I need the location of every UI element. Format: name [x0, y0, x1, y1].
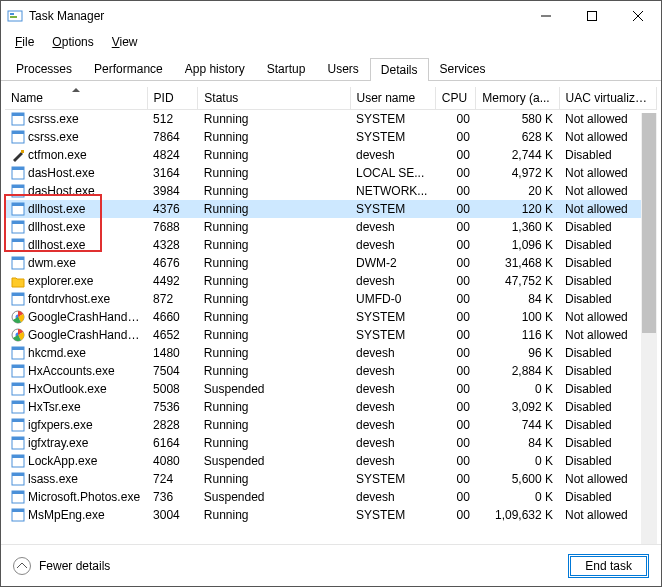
table-row[interactable]: ctfmon.exe4824Runningdevesh002,744 KDisa… [5, 146, 657, 164]
chevron-up-icon [13, 557, 31, 575]
cell-name: dwm.exe [5, 254, 147, 272]
table-row[interactable]: igfxtray.exe6164Runningdevesh0084 KDisab… [5, 434, 657, 452]
cell-status: Running [198, 362, 350, 380]
minimize-button[interactable] [523, 1, 569, 31]
close-button[interactable] [615, 1, 661, 31]
cell-user: devesh [350, 236, 435, 254]
table-row[interactable]: LockApp.exe4080Suspendeddevesh000 KDisab… [5, 452, 657, 470]
cell-pid: 4676 [147, 254, 198, 272]
cell-mem: 84 K [476, 434, 559, 452]
cell-cpu: 00 [435, 506, 476, 524]
table-row[interactable]: Microsoft.Photos.exe736Suspendeddevesh00… [5, 488, 657, 506]
cell-pid: 3164 [147, 164, 198, 182]
cell-mem: 3,092 K [476, 398, 559, 416]
process-icon [11, 292, 25, 306]
table-row[interactable]: explorer.exe4492Runningdevesh0047,752 KD… [5, 272, 657, 290]
svg-rect-21 [12, 239, 24, 242]
cell-mem: 1,096 K [476, 236, 559, 254]
menu-options[interactable]: Options [44, 33, 101, 51]
cell-status: Suspended [198, 380, 350, 398]
app-icon [7, 8, 23, 24]
end-task-button[interactable]: End task [568, 554, 649, 578]
cell-user: SYSTEM [350, 110, 435, 128]
table-row[interactable]: csrss.exe512RunningSYSTEM00580 KNot allo… [5, 110, 657, 128]
cell-name: lsass.exe [5, 470, 147, 488]
cell-user: SYSTEM [350, 308, 435, 326]
cell-name: MsMpEng.exe [5, 506, 147, 524]
cell-user: devesh [350, 146, 435, 164]
tab-details[interactable]: Details [370, 58, 429, 81]
table-row[interactable]: fontdrvhost.exe872RunningUMFD-00084 KDis… [5, 290, 657, 308]
table-row[interactable]: hkcmd.exe1480Runningdevesh0096 KDisabled [5, 344, 657, 362]
table-row[interactable]: igfxpers.exe2828Runningdevesh00744 KDisa… [5, 416, 657, 434]
cell-name: Microsoft.Photos.exe [5, 488, 147, 506]
svg-rect-2 [10, 16, 17, 18]
cell-pid: 724 [147, 470, 198, 488]
cell-name: csrss.exe [5, 110, 147, 128]
table-row[interactable]: MsMpEng.exe3004RunningSYSTEM001,09,632 K… [5, 506, 657, 524]
cell-cpu: 00 [435, 470, 476, 488]
cell-user: devesh [350, 380, 435, 398]
table-row[interactable]: dasHost.exe3984RunningNETWORK...0020 KNo… [5, 182, 657, 200]
cell-cpu: 00 [435, 254, 476, 272]
cell-name: dasHost.exe [5, 164, 147, 182]
process-icon [11, 400, 25, 414]
cell-cpu: 00 [435, 110, 476, 128]
cell-name: igfxtray.exe [5, 434, 147, 452]
cell-cpu: 00 [435, 128, 476, 146]
cell-name: hkcmd.exe [5, 344, 147, 362]
table-row[interactable]: csrss.exe7864RunningSYSTEM00628 KNot all… [5, 128, 657, 146]
menu-view[interactable]: View [104, 33, 146, 51]
col-mem[interactable]: Memory (a... [476, 87, 559, 110]
tab-startup[interactable]: Startup [256, 57, 317, 80]
tab-apphistory[interactable]: App history [174, 57, 256, 80]
process-table-area: Name PID Status User name CPU Memory (a.… [1, 81, 661, 549]
cell-user: devesh [350, 218, 435, 236]
col-status[interactable]: Status [198, 87, 350, 110]
cell-name: dllhost.exe [5, 218, 147, 236]
cell-cpu: 00 [435, 290, 476, 308]
table-row[interactable]: GoogleCrashHandler...4660RunningSYSTEM00… [5, 308, 657, 326]
maximize-button[interactable] [569, 1, 615, 31]
cell-pid: 3004 [147, 506, 198, 524]
table-row[interactable]: HxAccounts.exe7504Runningdevesh002,884 K… [5, 362, 657, 380]
table-row[interactable]: dllhost.exe4328Runningdevesh001,096 KDis… [5, 236, 657, 254]
fewer-details-label: Fewer details [39, 559, 110, 573]
col-uac[interactable]: UAC virtualizat... [559, 87, 656, 110]
table-row[interactable]: dllhost.exe4376RunningSYSTEM00120 KNot a… [5, 200, 657, 218]
fewer-details-button[interactable]: Fewer details [13, 557, 110, 575]
table-row[interactable]: HxOutlook.exe5008Suspendeddevesh000 KDis… [5, 380, 657, 398]
cell-status: Running [198, 236, 350, 254]
cell-pid: 4824 [147, 146, 198, 164]
process-icon [11, 436, 25, 450]
menu-file[interactable]: File [7, 33, 42, 51]
col-user[interactable]: User name [350, 87, 435, 110]
tab-processes[interactable]: Processes [5, 57, 83, 80]
table-row[interactable]: dllhost.exe7688Runningdevesh001,360 KDis… [5, 218, 657, 236]
col-pid[interactable]: PID [147, 87, 198, 110]
tab-services[interactable]: Services [429, 57, 497, 80]
scrollbar-thumb[interactable] [642, 113, 656, 333]
cell-cpu: 00 [435, 218, 476, 236]
vertical-scrollbar[interactable] [641, 113, 657, 549]
cell-cpu: 00 [435, 146, 476, 164]
tab-users[interactable]: Users [316, 57, 369, 80]
cell-pid: 2828 [147, 416, 198, 434]
process-icon [11, 346, 25, 360]
cell-mem: 1,360 K [476, 218, 559, 236]
col-name[interactable]: Name [5, 87, 147, 110]
col-cpu[interactable]: CPU [435, 87, 476, 110]
table-row[interactable]: lsass.exe724RunningSYSTEM005,600 KNot al… [5, 470, 657, 488]
process-icon [11, 490, 25, 504]
table-row[interactable]: GoogleCrashHandler...4652RunningSYSTEM00… [5, 326, 657, 344]
table-row[interactable]: dasHost.exe3164RunningLOCAL SE...004,972… [5, 164, 657, 182]
process-icon [11, 220, 25, 234]
cell-cpu: 00 [435, 200, 476, 218]
cell-cpu: 00 [435, 308, 476, 326]
svg-rect-4 [588, 12, 597, 21]
process-icon [11, 454, 25, 468]
table-row[interactable]: dwm.exe4676RunningDWM-20031,468 KDisable… [5, 254, 657, 272]
table-row[interactable]: HxTsr.exe7536Runningdevesh003,092 KDisab… [5, 398, 657, 416]
cell-user: devesh [350, 434, 435, 452]
tab-performance[interactable]: Performance [83, 57, 174, 80]
